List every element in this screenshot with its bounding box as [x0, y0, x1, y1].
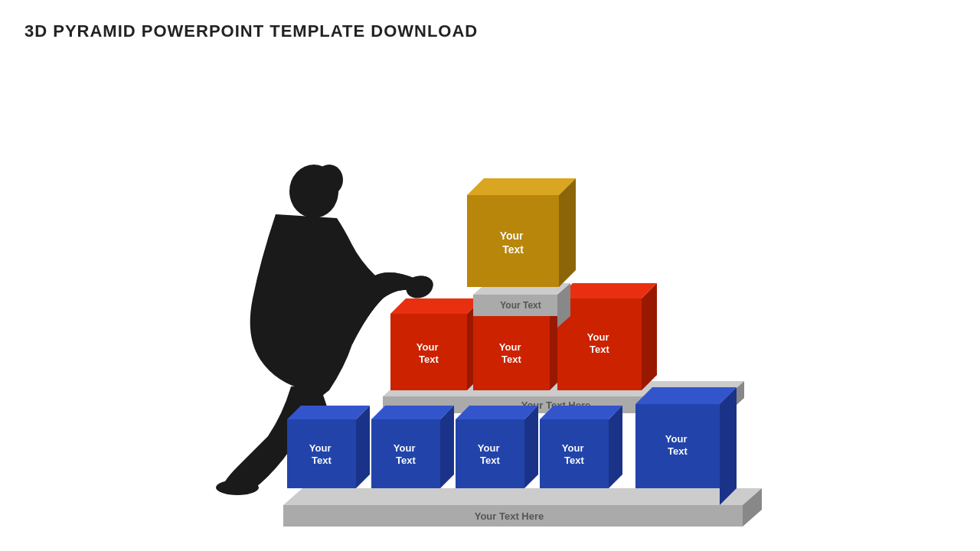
svg-marker-34 [557, 283, 657, 298]
svg-marker-23 [720, 387, 737, 505]
svg-marker-7 [356, 406, 370, 488]
shelf1-top [283, 488, 762, 505]
svg-marker-35 [642, 283, 657, 390]
svg-marker-15 [524, 406, 538, 488]
svg-text:Your
        Text: Your Text [665, 433, 690, 457]
svg-point-1 [315, 165, 343, 195]
red-connector-label: Your Text [500, 300, 541, 311]
svg-text:Your
        Text: Your Text [309, 442, 334, 466]
gold-cube[interactable]: Your Text [467, 178, 576, 287]
svg-marker-10 [371, 406, 454, 419]
svg-rect-17 [540, 419, 609, 488]
svg-marker-18 [540, 406, 622, 419]
blue-cube-5[interactable]: Your Text [635, 387, 737, 505]
svg-marker-19 [609, 406, 622, 488]
pyramid-svg: Your Text Here Your Text Here Your Text [0, 61, 980, 551]
svg-marker-26 [390, 298, 482, 314]
svg-text:Your
        Text: Your Text [562, 442, 586, 466]
svg-point-3 [216, 480, 259, 495]
blue-cube-4[interactable]: Your Text [540, 406, 622, 488]
svg-marker-11 [440, 406, 454, 488]
blue-cube-3[interactable]: Your Text [456, 406, 538, 488]
svg-text:Your
        Text: Your Text [416, 341, 441, 365]
svg-text:Your
        Text: Your Text [499, 341, 524, 365]
blue-cube-2[interactable]: Your Text [371, 406, 454, 488]
red-cube-3[interactable]: Your Text [557, 283, 657, 390]
svg-text:Your
        Text: Your Text [587, 331, 612, 355]
svg-rect-13 [456, 419, 524, 488]
svg-marker-14 [456, 406, 538, 419]
svg-text:Your
        Text: Your Text [394, 442, 418, 466]
svg-rect-9 [371, 419, 440, 488]
svg-marker-6 [287, 406, 370, 419]
svg-marker-38 [467, 178, 576, 195]
red-cube-1[interactable]: Your Text [390, 298, 482, 390]
svg-rect-5 [287, 419, 356, 488]
page-title: 3D PYRAMID POWERPOINT TEMPLATE DOWNLOAD [24, 21, 478, 41]
svg-text:Your
        Text: Your Text [478, 442, 502, 466]
svg-marker-39 [559, 178, 576, 287]
blue-cube-1[interactable]: Your Text [287, 406, 370, 488]
diagram-container: Your Text Here Your Text Here Your Text [0, 61, 980, 551]
shelf1-label: Your Text Here [475, 510, 544, 522]
svg-marker-22 [635, 387, 737, 404]
